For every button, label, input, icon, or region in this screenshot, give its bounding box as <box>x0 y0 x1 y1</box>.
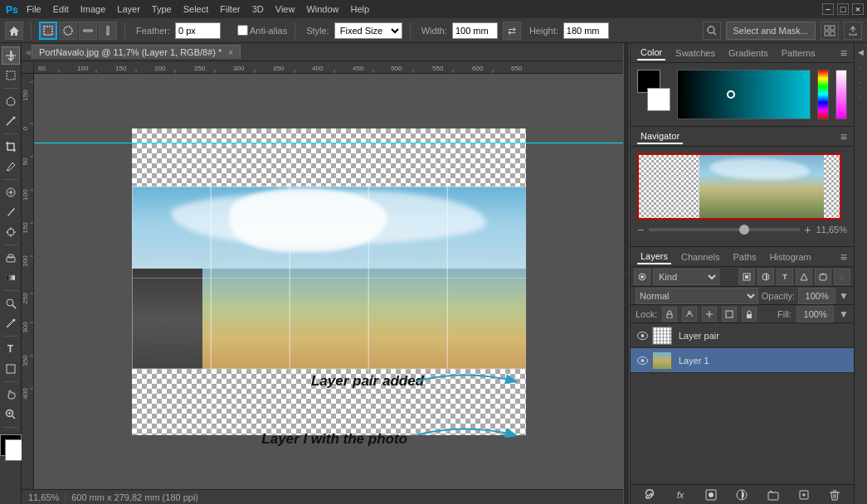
heal-tool[interactable] <box>2 183 20 201</box>
layer-pair-visibility[interactable] <box>636 329 649 342</box>
tab-collapse-left[interactable]: ◀◀ <box>25 48 32 56</box>
select-mask-btn[interactable]: Select and Mask... <box>726 22 816 40</box>
panel-arrange-btn[interactable] <box>821 22 839 40</box>
move-tool[interactable] <box>2 46 20 65</box>
add-group-btn[interactable] <box>765 487 782 502</box>
menu-file[interactable]: File <box>22 2 46 16</box>
lock-transparent-btn[interactable] <box>662 307 677 322</box>
add-adjustment-btn[interactable] <box>733 487 750 502</box>
menu-window[interactable]: Window <box>301 2 343 16</box>
share-btn[interactable] <box>844 22 862 40</box>
pen-tool[interactable] <box>2 314 20 332</box>
clone-tool[interactable] <box>2 223 20 241</box>
color-picker[interactable] <box>677 70 811 119</box>
tab-navigator[interactable]: Navigator <box>637 129 683 144</box>
marquee-row-btn[interactable] <box>79 22 97 40</box>
lock-image-btn[interactable] <box>682 307 697 322</box>
strip-btn-1[interactable]: ◀ <box>855 46 867 58</box>
menu-filter[interactable]: Filter <box>215 2 245 16</box>
link-layers-btn[interactable] <box>641 487 658 502</box>
search-panel-btn[interactable] <box>703 22 721 40</box>
swap-dimensions-btn[interactable]: ⇄ <box>503 22 521 40</box>
delete-layer-btn[interactable] <box>826 487 843 502</box>
document-tab-close[interactable]: × <box>228 48 233 57</box>
navigator-panel-menu[interactable]: ≡ <box>840 130 847 143</box>
zoom-thumb[interactable] <box>739 225 749 235</box>
zoom-out-icon[interactable]: − <box>637 223 644 236</box>
eyedropper-tool[interactable] <box>2 158 20 176</box>
filter-kind-select[interactable]: Kind Name Effect Mode Attribute Color Sm… <box>653 269 719 285</box>
gradient-tool[interactable] <box>2 269 20 287</box>
fill-chevron[interactable]: ▼ <box>839 308 849 320</box>
crop-tool[interactable] <box>2 138 20 156</box>
filter-pixel-btn[interactable] <box>738 269 755 285</box>
add-layer-btn[interactable] <box>796 487 812 502</box>
menu-layer[interactable]: Layer <box>112 2 145 16</box>
hand-tool[interactable] <box>2 385 20 404</box>
tab-color[interactable]: Color <box>637 46 665 61</box>
tab-gradients[interactable]: Gradients <box>725 46 772 60</box>
blend-mode-select[interactable]: Normal Dissolve Multiply Screen Overlay <box>636 288 758 304</box>
fill-input[interactable] <box>796 306 834 322</box>
panel-collapse-handle[interactable]: ⋮ <box>623 43 630 504</box>
antialias-checkbox[interactable] <box>237 25 248 36</box>
type-tool[interactable]: T <box>2 340 20 358</box>
style-select[interactable]: Fixed Size Normal Fixed Ratio <box>334 22 402 39</box>
layer-row-pair[interactable]: Layer pair <box>631 323 854 348</box>
opacity-input[interactable] <box>798 288 835 304</box>
strip-btn-2[interactable]: · <box>855 61 867 73</box>
wand-tool[interactable] <box>2 112 20 130</box>
color-background[interactable] <box>647 88 670 111</box>
shape-tool[interactable] <box>2 360 20 378</box>
feather-input[interactable] <box>175 22 221 39</box>
menu-3d[interactable]: 3D <box>247 2 269 16</box>
filter-adjustment-btn[interactable] <box>757 269 774 285</box>
tab-histogram[interactable]: Histogram <box>767 250 815 264</box>
filter-active-toggle[interactable]: ● <box>834 269 850 285</box>
menu-help[interactable]: Help <box>346 2 375 16</box>
width-input[interactable] <box>452 22 498 39</box>
zoom-tool[interactable] <box>2 405 20 424</box>
maximize-btn[interactable]: □ <box>837 3 849 15</box>
strip-btn-4[interactable]: · <box>855 91 867 103</box>
menu-view[interactable]: View <box>270 2 300 16</box>
saturation-strip[interactable] <box>835 70 847 119</box>
color-panel-menu[interactable]: ≡ <box>840 46 847 60</box>
tab-swatches[interactable]: Swatches <box>672 46 718 60</box>
opacity-chevron[interactable]: ▼ <box>839 290 849 302</box>
lock-all-btn[interactable] <box>742 307 757 322</box>
close-btn[interactable]: × <box>852 3 864 15</box>
layer-row-1[interactable]: Layer 1 <box>631 348 854 373</box>
filter-smartobj-btn[interactable] <box>815 269 831 285</box>
canvas-content[interactable]: Layer pair added Layer I with the photo <box>34 74 623 489</box>
filter-shape-btn[interactable] <box>796 269 812 285</box>
marquee-col-btn[interactable] <box>99 22 117 40</box>
layer-1-visibility[interactable] <box>636 354 649 367</box>
marquee-rect-btn[interactable] <box>39 22 57 40</box>
menu-type[interactable]: Type <box>147 2 177 16</box>
brush-tool[interactable] <box>2 203 20 221</box>
lock-position-btn[interactable] <box>702 307 717 322</box>
color-fg-bg[interactable] <box>637 70 670 111</box>
zoom-in-icon[interactable]: + <box>805 223 811 236</box>
tab-layers[interactable]: Layers <box>637 250 671 264</box>
hue-strip[interactable] <box>817 70 829 119</box>
layer-fx-btn[interactable]: fx <box>672 487 689 502</box>
strip-btn-3[interactable]: · <box>855 76 867 88</box>
marquee-tool[interactable] <box>2 66 20 85</box>
height-input[interactable] <box>563 22 609 39</box>
menu-select[interactable]: Select <box>178 2 214 16</box>
eraser-tool[interactable] <box>2 249 20 267</box>
home-btn[interactable] <box>5 22 23 40</box>
filter-type-btn[interactable]: T <box>777 269 793 285</box>
lock-artboard-btn[interactable] <box>722 307 737 322</box>
canvas-wrapper[interactable]: 60 100 150 200 250 300 350 400 4 <box>22 61 623 489</box>
menu-edit[interactable]: Edit <box>48 2 74 16</box>
dodge-tool[interactable] <box>2 294 20 313</box>
minimize-btn[interactable]: − <box>822 3 834 15</box>
lasso-tool[interactable] <box>2 92 20 110</box>
menu-image[interactable]: Image <box>75 2 111 16</box>
tab-channels[interactable]: Channels <box>678 250 723 264</box>
document-tab[interactable]: PortNavalo.jpg @ 11,7% (Layer 1, RGB/8#)… <box>32 45 241 59</box>
zoom-slider[interactable] <box>649 228 799 231</box>
